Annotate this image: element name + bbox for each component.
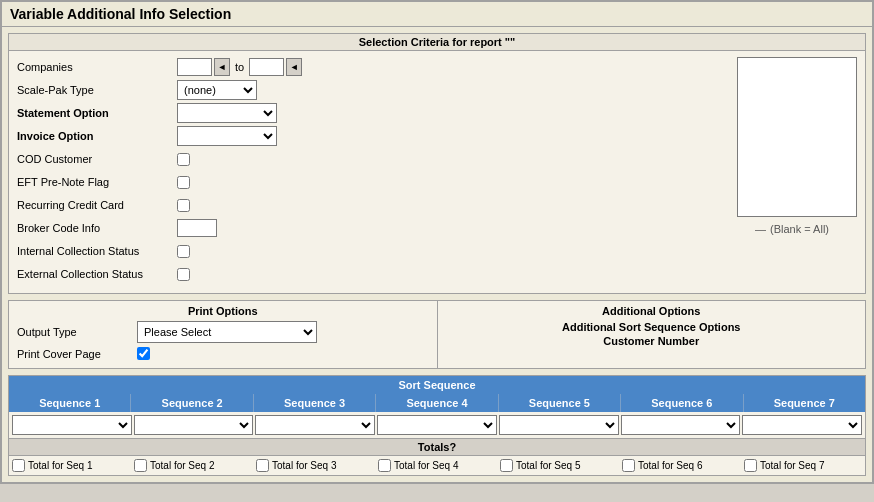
total-seq3-checkbox[interactable] (256, 459, 269, 472)
total-seq7-label: Total for Seq 7 (760, 460, 824, 471)
sort-selects-row (9, 412, 865, 438)
main-window: Variable Additional Info Selection Selec… (0, 0, 874, 484)
scale-pak-row: Scale-Pak Type (none) Type A Type B (17, 80, 717, 100)
cod-customer-input-group (177, 153, 190, 166)
additional-options-header: Additional Options (446, 305, 858, 317)
eft-prenote-checkbox[interactable] (177, 176, 190, 189)
seq7-header: Sequence 7 (744, 394, 865, 412)
external-collection-label: External Collection Status (17, 268, 177, 280)
companies-to-label: to (235, 61, 244, 73)
scale-pak-select[interactable]: (none) Type A Type B (177, 80, 257, 100)
seq3-select[interactable] (255, 415, 375, 435)
broker-code-row: Broker Code Info (17, 218, 717, 238)
options-row: Print Options Output Type Please Select … (9, 301, 865, 368)
external-collection-row: External Collection Status (17, 264, 717, 284)
dash-icon: — (755, 223, 766, 235)
seq1-header: Sequence 1 (9, 394, 131, 412)
blank-all-hint: — (Blank = All) (755, 223, 829, 235)
total-seq2-checkbox[interactable] (134, 459, 147, 472)
selection-criteria-header: Selection Criteria for report "" (9, 34, 865, 51)
companies-from-nav[interactable]: ◄ (214, 58, 230, 76)
internal-collection-row: Internal Collection Status (17, 241, 717, 261)
total-seq6-item: Total for Seq 6 (622, 459, 740, 472)
criteria-body: Companies ◄ to ◄ Scale-Pak Type (none) (9, 51, 865, 293)
invoice-option-input-group (177, 126, 277, 146)
output-type-row: Output Type Please Select PDF Excel CSV … (17, 321, 429, 343)
criteria-list-box[interactable] (737, 57, 857, 217)
blank-all-label: (Blank = All) (770, 223, 829, 235)
total-seq4-item: Total for Seq 4 (378, 459, 496, 472)
sort-columns-header-row: Sequence 1 Sequence 2 Sequence 3 Sequenc… (9, 394, 865, 412)
totals-section: Totals? Total for Seq 1 Total for Seq 2 … (9, 438, 865, 475)
print-cover-page-label: Print Cover Page (17, 348, 137, 360)
total-seq7-checkbox[interactable] (744, 459, 757, 472)
recurring-cc-checkbox[interactable] (177, 199, 190, 212)
total-seq1-checkbox[interactable] (12, 459, 25, 472)
external-collection-checkbox[interactable] (177, 268, 190, 281)
cod-customer-row: COD Customer (17, 149, 717, 169)
invoice-option-row: Invoice Option (17, 126, 717, 146)
internal-collection-checkbox[interactable] (177, 245, 190, 258)
total-seq1-label: Total for Seq 1 (28, 460, 92, 471)
total-seq5-item: Total for Seq 5 (500, 459, 618, 472)
total-seq6-checkbox[interactable] (622, 459, 635, 472)
seq7-select[interactable] (742, 415, 862, 435)
total-seq2-label: Total for Seq 2 (150, 460, 214, 471)
total-seq5-label: Total for Seq 5 (516, 460, 580, 471)
cod-customer-checkbox[interactable] (177, 153, 190, 166)
customer-number-link[interactable]: Customer Number (446, 335, 858, 347)
total-seq1-item: Total for Seq 1 (12, 459, 130, 472)
print-cover-page-row: Print Cover Page (17, 347, 429, 360)
invoice-option-select[interactable] (177, 126, 277, 146)
external-collection-input-group (177, 268, 190, 281)
companies-row: Companies ◄ to ◄ (17, 57, 717, 77)
total-seq6-label: Total for Seq 6 (638, 460, 702, 471)
seq2-select[interactable] (134, 415, 254, 435)
criteria-right-panel: — (Blank = All) (727, 57, 857, 287)
companies-from-input[interactable] (177, 58, 212, 76)
internal-collection-input-group (177, 245, 190, 258)
seq5-header: Sequence 5 (499, 394, 621, 412)
additional-options-panel: Additional Options Additional Sort Seque… (438, 301, 866, 368)
recurring-cc-label: Recurring Credit Card (17, 199, 177, 211)
additional-sort-link[interactable]: Additional Sort Sequence Options (446, 321, 858, 333)
selection-criteria-section: Selection Criteria for report "" Compani… (8, 33, 866, 294)
options-section: Print Options Output Type Please Select … (8, 300, 866, 369)
seq5-select[interactable] (499, 415, 619, 435)
companies-input-group: ◄ to ◄ (177, 58, 302, 76)
total-seq3-item: Total for Seq 3 (256, 459, 374, 472)
total-seq7-item: Total for Seq 7 (744, 459, 862, 472)
print-options-header: Print Options (17, 305, 429, 317)
cod-customer-label: COD Customer (17, 153, 177, 165)
total-seq5-checkbox[interactable] (500, 459, 513, 472)
seq3-header: Sequence 3 (254, 394, 376, 412)
companies-to-nav[interactable]: ◄ (286, 58, 302, 76)
broker-code-input[interactable] (177, 219, 217, 237)
recurring-cc-row: Recurring Credit Card (17, 195, 717, 215)
total-seq2-item: Total for Seq 2 (134, 459, 252, 472)
sort-sequence-header: Sort Sequence (9, 376, 865, 394)
statement-option-select[interactable] (177, 103, 277, 123)
broker-code-label: Broker Code Info (17, 222, 177, 234)
seq6-select[interactable] (621, 415, 741, 435)
print-cover-page-checkbox[interactable] (137, 347, 150, 360)
output-type-select[interactable]: Please Select PDF Excel CSV HTML (137, 321, 317, 343)
total-seq4-checkbox[interactable] (378, 459, 391, 472)
totals-header: Totals? (9, 439, 865, 456)
recurring-cc-input-group (177, 199, 190, 212)
seq4-header: Sequence 4 (376, 394, 498, 412)
seq4-select[interactable] (377, 415, 497, 435)
window-title: Variable Additional Info Selection (2, 2, 872, 27)
scale-pak-label: Scale-Pak Type (17, 84, 177, 96)
seq6-header: Sequence 6 (621, 394, 743, 412)
companies-label: Companies (17, 61, 177, 73)
output-type-label: Output Type (17, 326, 137, 338)
print-options-panel: Print Options Output Type Please Select … (9, 301, 438, 368)
companies-to-input[interactable] (249, 58, 284, 76)
invoice-option-label: Invoice Option (17, 130, 177, 142)
statement-option-row: Statement Option (17, 103, 717, 123)
internal-collection-label: Internal Collection Status (17, 245, 177, 257)
seq1-select[interactable] (12, 415, 132, 435)
scale-pak-input-group: (none) Type A Type B (177, 80, 257, 100)
eft-prenote-row: EFT Pre-Note Flag (17, 172, 717, 192)
